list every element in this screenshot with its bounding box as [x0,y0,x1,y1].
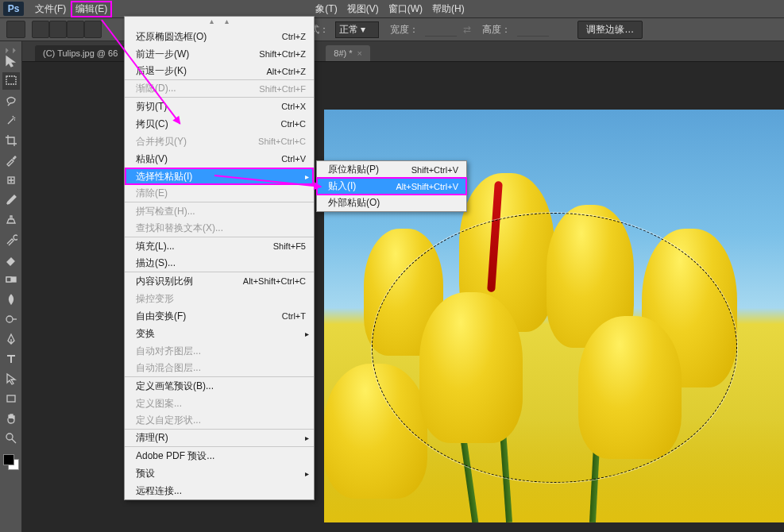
menu-edit[interactable]: 编辑(E) [71,1,112,17]
menu-item[interactable]: 预设▸ [125,465,314,482]
shape-tool[interactable] [2,390,20,407]
width-input[interactable] [425,22,457,37]
menu-item-shortcut: Alt+Shift+Ctrl+C [243,276,306,286]
type-tool[interactable] [2,350,20,368]
menu-item[interactable]: 自由变换(F)Ctrl+T [125,307,314,325]
selection-intersect-icon[interactable] [84,21,102,38]
menu-item: 查找和替换文本(X)... [125,220,314,237]
healing-brush-tool[interactable] [2,172,20,189]
eraser-tool[interactable] [2,251,20,268]
tab-label: 8#) * [334,48,352,58]
selection-new-icon[interactable] [32,21,49,38]
menu-item-shortcut: Ctrl+V [281,154,306,164]
tab-document-1[interactable]: (C) Tulips.jpg @ 66 [35,45,126,61]
refine-edge-button[interactable]: 调整边缘… [577,21,643,39]
menu-view[interactable]: 视图(V) [342,1,384,17]
tools-panel: ⏵⏵ [0,41,22,532]
collapse-icon[interactable]: ⏵⏵ [4,46,18,52]
width-label: 宽度： [390,23,419,37]
menu-item[interactable]: 变换▸ [125,325,314,342]
menu-item-label: 自由变换(F) [136,310,186,323]
menu-item[interactable]: 远程连接... [125,482,314,499]
dodge-tool[interactable] [2,310,20,328]
submenu-item-label: 贴入(I) [328,179,356,193]
menu-item[interactable]: 填充(L)...Shift+F5 [125,237,314,255]
menu-scroll-icon: ▴ ▴ [125,17,314,28]
menu-window[interactable]: 窗口(W) [384,1,427,17]
magic-wand-tool[interactable] [2,112,20,129]
menu-item: 清除(E) [125,185,314,202]
gradient-tool[interactable] [2,271,20,288]
menu-item-label: 操控变形 [136,292,174,306]
menu-file[interactable]: 文件(F) [30,1,71,17]
selection-add-icon[interactable] [49,21,67,38]
style-select[interactable]: 正常 ▾ [335,21,379,38]
color-swatches[interactable] [3,454,19,470]
menu-item-label: 拷贝(C) [136,118,168,131]
menu-item-label: 粘贴(V) [136,152,168,166]
menu-item-shortcut: Alt+Ctrl+Z [266,67,306,76]
submenu-item[interactable]: 原位粘贴(P)Shift+Ctrl+V [317,161,466,178]
menu-item-shortcut: Shift+F5 [273,241,306,251]
menu-item[interactable]: 还原椭圆选框(O)Ctrl+Z [125,28,314,45]
history-brush-tool[interactable] [2,231,20,249]
submenu-item[interactable]: 贴入(I)Alt+Shift+Ctrl+V [317,178,466,195]
menu-item-label: 查找和替换文本(X)... [136,222,223,235]
submenu-item[interactable]: 外部粘贴(O) [317,195,466,211]
submenu-item-shortcut: Alt+Shift+Ctrl+V [396,182,458,191]
menu-item[interactable]: 拷贝(C)Ctrl+C [125,115,314,133]
menu-item[interactable]: 清理(R)▸ [125,430,314,447]
menu-item-label: 清除(E) [136,187,168,200]
menu-item-label: 填充(L)... [136,240,175,253]
tab-label: (C) Tulips.jpg @ 66 [43,48,118,58]
menu-item-label: 定义自定形状... [136,414,201,427]
tab-document-2[interactable]: 8#) * × [326,45,370,61]
clone-stamp-tool[interactable] [2,211,20,229]
menu-item[interactable]: 内容识别比例Alt+Shift+Ctrl+C [125,272,314,290]
menu-item: 拼写检查(H)... [125,202,314,220]
menu-item-label: 自动混合图层... [136,361,201,375]
hand-tool[interactable] [2,410,20,427]
lasso-tool[interactable] [2,92,20,110]
menu-item[interactable]: Adobe PDF 预设... [125,447,314,465]
menu-image[interactable]: 象(T) [311,1,342,17]
chevron-right-icon: ▸ [305,172,309,181]
tool-preset-icon[interactable] [6,21,25,38]
menu-item[interactable]: 前进一步(W)Shift+Ctrl+Z [125,45,314,63]
svg-point-4 [6,316,13,322]
close-icon[interactable]: × [357,48,362,58]
brush-tool[interactable] [2,191,20,209]
path-selection-tool[interactable] [2,370,20,387]
menu-item-label: 选择性粘贴(I) [136,170,192,183]
crop-tool[interactable] [2,132,20,149]
blur-tool[interactable] [2,291,20,308]
svg-point-6 [6,434,13,440]
menu-item-shortcut: Shift+Ctrl+C [258,137,306,146]
menu-item: 定义图案... [125,395,314,412]
menu-item-label: 描边(S)... [136,256,176,270]
elliptical-marquee-selection [372,213,737,483]
marquee-tool[interactable] [2,72,20,90]
menu-help[interactable]: 帮助(H) [427,1,469,17]
menu-item-label: 合并拷贝(Y) [136,135,187,148]
menu-item-shortcut: Ctrl+X [281,102,306,111]
menu-item-shortcut: Ctrl+C [281,119,306,129]
chevron-right-icon: ▸ [305,469,309,478]
paste-special-submenu: 原位粘贴(P)Shift+Ctrl+V贴入(I)Alt+Shift+Ctrl+V… [316,160,467,212]
selection-subtract-icon[interactable] [67,21,84,38]
menu-item[interactable]: 后退一步(K)Alt+Ctrl+Z [125,63,314,80]
menu-item[interactable]: 描边(S)... [125,255,314,272]
eyedropper-tool[interactable] [2,152,20,169]
menu-item[interactable]: 剪切(T)Ctrl+X [125,98,314,115]
menu-item[interactable]: 粘贴(V)Ctrl+V [125,150,314,168]
height-input[interactable] [517,22,549,37]
height-label: 高度： [482,23,511,37]
menu-item-shortcut: Shift+Ctrl+Z [259,49,306,59]
menu-item-shortcut: Shift+Ctrl+F [259,84,306,94]
pen-tool[interactable] [2,330,20,348]
menu-item[interactable]: 定义画笔预设(B)... [125,377,314,395]
svg-rect-5 [7,395,15,402]
move-tool[interactable] [2,52,20,70]
menu-item-label: 定义画笔预设(B)... [136,380,214,393]
zoom-tool[interactable] [2,430,20,447]
